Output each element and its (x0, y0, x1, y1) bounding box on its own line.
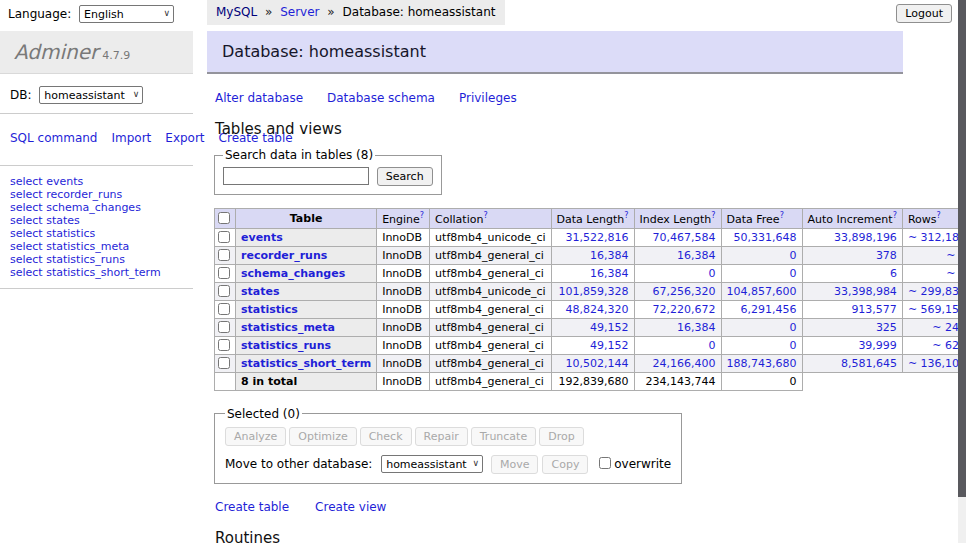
search-button[interactable]: Search (377, 167, 433, 186)
row-checkbox[interactable] (218, 285, 230, 297)
nav-link-alter-database[interactable]: Alter database (215, 91, 303, 105)
index-length-link[interactable]: 70,467,584 (653, 231, 716, 244)
auto-increment-link[interactable]: 378 (876, 249, 897, 262)
index-length-link[interactable]: 67,256,320 (653, 285, 716, 298)
sidebar-divider (0, 113, 193, 114)
sidebar-item-recorder_runs[interactable]: select recorder_runs (10, 188, 193, 201)
data-free-link[interactable]: 104,857,600 (727, 285, 797, 298)
table-link[interactable]: statistics_runs (241, 339, 331, 352)
data-free-link[interactable]: 188,743,680 (727, 357, 797, 370)
scrollbar-thumb[interactable] (958, 0, 966, 497)
help-link[interactable]: ? (624, 211, 628, 220)
nav-link-database-schema[interactable]: Database schema (327, 91, 435, 105)
auto-increment-link[interactable]: 33,898,196 (834, 231, 897, 244)
index-length-link[interactable]: 16,384 (677, 321, 716, 334)
sidebar-item-states[interactable]: select states (10, 214, 193, 227)
copy-button[interactable]: Copy (542, 455, 588, 474)
sidebar-action-sql-command[interactable]: SQL command (10, 131, 97, 145)
vertical-scrollbar[interactable] (958, 0, 966, 543)
optimize-button[interactable]: Optimize (289, 427, 356, 446)
auto-increment-link[interactable]: 325 (876, 321, 897, 334)
table-link[interactable]: statistics_meta (241, 321, 335, 334)
overwrite-checkbox[interactable] (599, 457, 611, 469)
data-free-link[interactable]: 0 (790, 339, 797, 352)
auto-increment-link[interactable]: 6 (890, 267, 897, 280)
footer-link-create-view[interactable]: Create view (315, 500, 386, 514)
search-input[interactable] (223, 167, 369, 185)
help-link[interactable]: ? (893, 211, 897, 220)
help-link[interactable]: ? (483, 211, 487, 220)
check-button[interactable]: Check (360, 427, 412, 446)
index-length-link[interactable]: 0 (709, 339, 716, 352)
help-link[interactable]: ? (936, 211, 940, 220)
data-length-link[interactable]: 49,152 (590, 339, 629, 352)
auto-increment-link[interactable]: 39,999 (858, 339, 897, 352)
row-checkbox[interactable] (218, 339, 230, 351)
routines-heading: Routines (215, 529, 907, 543)
row-checkbox[interactable] (218, 357, 230, 369)
move-button[interactable]: Move (491, 455, 539, 474)
footer-link-create-table[interactable]: Create table (215, 500, 289, 514)
sidebar-item-statistics[interactable]: select statistics (10, 227, 193, 240)
table-link[interactable]: statistics (241, 303, 298, 316)
breadcrumb-item[interactable]: Server (280, 5, 319, 19)
sidebar-item-statistics_short_term[interactable]: select statistics_short_term (10, 266, 193, 279)
data-free-link[interactable]: 6,291,456 (741, 303, 797, 316)
nav-link-privileges[interactable]: Privileges (459, 91, 517, 105)
language-select[interactable]: English∨ (79, 5, 174, 23)
sidebar-actions: SQL commandImportExportCreate table (0, 126, 180, 153)
sidebar-action-export[interactable]: Export (165, 131, 204, 145)
engine-cell: InnoDB (377, 264, 430, 282)
table-link[interactable]: recorder_runs (241, 249, 327, 262)
data-length-link[interactable]: 48,824,320 (566, 303, 629, 316)
overwrite-option[interactable]: overwrite (598, 457, 671, 471)
help-link[interactable]: ? (711, 211, 715, 220)
auto-increment-link[interactable]: 913,577 (851, 303, 897, 316)
table-link[interactable]: events (241, 231, 283, 244)
analyze-button[interactable]: Analyze (225, 427, 286, 446)
row-checkbox[interactable] (218, 321, 230, 333)
table-link[interactable]: schema_changes (241, 267, 345, 280)
table-link[interactable]: statistics_short_term (241, 357, 371, 370)
col-header-engine: Engine? (377, 209, 430, 229)
sidebar-item-statistics_runs[interactable]: select statistics_runs (10, 253, 193, 266)
move-database-select[interactable]: homeassistant∨ (381, 455, 483, 473)
index-length-link[interactable]: 24,166,400 (653, 357, 716, 370)
adminer-logo-text[interactable]: Adminer (14, 40, 98, 64)
breadcrumb-item[interactable]: MySQL (216, 5, 257, 19)
breadcrumb-separator: » (261, 5, 276, 19)
data-length-link[interactable]: 16,384 (590, 249, 629, 262)
row-checkbox[interactable] (218, 231, 230, 243)
db-select[interactable]: homeassistant∨ (39, 86, 143, 104)
select-all-checkbox[interactable] (218, 212, 230, 224)
row-checkbox[interactable] (218, 303, 230, 315)
drop-button[interactable]: Drop (539, 427, 583, 446)
sidebar-item-statistics_meta[interactable]: select statistics_meta (10, 240, 193, 253)
logout-button[interactable]: Logout (896, 4, 952, 23)
help-link[interactable]: ? (780, 211, 784, 220)
data-free-link[interactable]: 0 (790, 249, 797, 262)
sidebar-item-schema_changes[interactable]: select schema_changes (10, 201, 193, 214)
index-length-link[interactable]: 16,384 (677, 249, 716, 262)
help-link[interactable]: ? (420, 211, 424, 220)
auto-increment-link[interactable]: 8,581,645 (841, 357, 897, 370)
sidebar-action-import[interactable]: Import (111, 131, 151, 145)
data-free-link[interactable]: 50,331,648 (734, 231, 797, 244)
data-length-link[interactable]: 16,384 (590, 267, 629, 280)
table-link[interactable]: states (241, 285, 280, 298)
auto-increment-link[interactable]: 33,398,984 (834, 285, 897, 298)
data-free-link[interactable]: 0 (790, 321, 797, 334)
data-length-link[interactable]: 10,502,144 (566, 357, 629, 370)
data-length-link[interactable]: 49,152 (590, 321, 629, 334)
data-free-link[interactable]: 0 (790, 267, 797, 280)
table-row: eventsInnoDButf8mb4_unicode_ci31,522,816… (215, 228, 966, 246)
sidebar-item-events[interactable]: select events (10, 175, 193, 188)
data-length-link[interactable]: 101,859,328 (559, 285, 629, 298)
truncate-button[interactable]: Truncate (471, 427, 536, 446)
data-length-link[interactable]: 31,522,816 (566, 231, 629, 244)
row-checkbox[interactable] (218, 267, 230, 279)
index-length-link[interactable]: 72,220,672 (653, 303, 716, 316)
row-checkbox[interactable] (218, 249, 230, 261)
index-length-link[interactable]: 0 (709, 267, 716, 280)
repair-button[interactable]: Repair (415, 427, 468, 446)
